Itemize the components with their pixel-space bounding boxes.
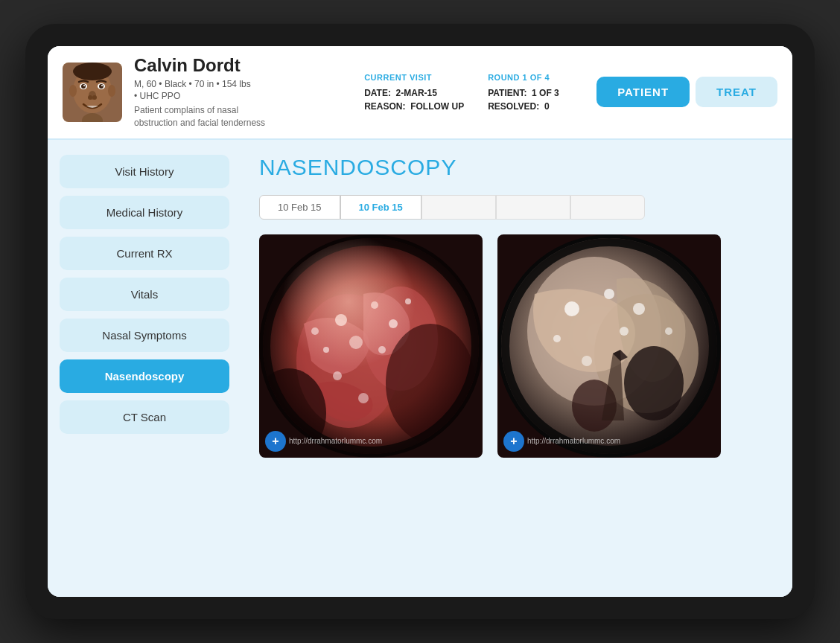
patient-count-value: 1 OF 3 (532, 88, 559, 98)
sidebar-item-nasendoscopy[interactable]: Nasendoscopy (60, 359, 229, 393)
svg-point-45 (620, 327, 629, 336)
image-overlay-2: + http://drrahmatorlummc.com (503, 431, 620, 452)
svg-point-5 (73, 63, 112, 80)
svg-point-43 (633, 303, 645, 315)
tablet-frame: Calvin Dordt M, 60 • Black • 70 in • 154… (25, 24, 815, 619)
svg-point-8 (81, 84, 86, 89)
endo-image-1: + http://drrahmatorlummc.com (259, 234, 483, 458)
current-visit-label: CURRENT VISIT (364, 73, 476, 82)
zoom-button-1[interactable]: + (265, 431, 286, 452)
sidebar-item-nasal-symptoms[interactable]: Nasal Symptoms (60, 319, 229, 352)
image-overlay-1: + http://drrahmatorlummc.com (265, 431, 382, 452)
date-tab-0[interactable]: 10 Feb 15 (259, 195, 340, 220)
svg-point-14 (92, 95, 97, 100)
section-title: NASENDOSCOPY (259, 155, 774, 180)
sidebar-item-medical-history[interactable]: Medical History (60, 196, 229, 229)
watermark-1: http://drrahmatorlummc.com (289, 437, 382, 445)
sidebar-item-vitals[interactable]: Vitals (60, 278, 229, 311)
date-tab-1[interactable]: 10 Feb 15 (340, 195, 421, 220)
patient-insurance: • UHC PPO (134, 91, 352, 101)
svg-point-39 (624, 346, 684, 420)
nav-buttons: PATIENT TREAT (596, 77, 777, 107)
svg-point-11 (101, 85, 103, 86)
content-area: NASENDOSCOPY 10 Feb 15 10 Feb 15 (241, 140, 792, 597)
date-tab-2[interactable] (421, 195, 496, 220)
svg-point-10 (83, 85, 85, 86)
header: Calvin Dordt M, 60 • Black • 70 in • 154… (48, 46, 792, 140)
round-label: ROUND 1 OF 4 (488, 73, 585, 82)
round-info: ROUND 1 OF 4 PATIENT: 1 OF 3 RESOLVED: 0 (488, 73, 585, 112)
sidebar-item-ct-scan[interactable]: CT Scan (60, 400, 229, 434)
svg-point-44 (553, 335, 561, 342)
visit-date-row: DATE: 2-MAR-15 (364, 88, 476, 98)
sidebar: Visit History Medical History Current RX… (48, 140, 241, 597)
resolved-label: RESOLVED: (488, 101, 539, 112)
tablet-screen: Calvin Dordt M, 60 • Black • 70 in • 154… (48, 46, 792, 597)
visit-info: CURRENT VISIT DATE: 2-MAR-15 REASON: FOL… (364, 73, 476, 112)
svg-point-9 (99, 84, 104, 89)
patient-button[interactable]: PATIENT (596, 77, 690, 107)
svg-point-4 (108, 85, 115, 97)
watermark-2: http://drrahmatorlummc.com (527, 437, 620, 445)
svg-point-3 (69, 85, 77, 97)
visit-reason-value: FOLLOW UP (410, 101, 464, 112)
sidebar-item-current-rx[interactable]: Current RX (60, 237, 229, 270)
images-grid: + http://drrahmatorlummc.com (259, 234, 774, 458)
date-tab-3[interactable] (496, 195, 570, 220)
svg-point-13 (88, 95, 92, 100)
sidebar-item-visit-history[interactable]: Visit History (60, 155, 229, 188)
date-tabs: 10 Feb 15 10 Feb 15 (259, 195, 774, 220)
patient-details: M, 60 • Black • 70 in • 154 lbs (134, 79, 352, 89)
treat-button[interactable]: TREAT (696, 77, 777, 107)
svg-point-46 (665, 327, 672, 335)
endo-image-2: + http://drrahmatorlummc.com (497, 234, 721, 458)
patient-complaint: Patient complains of nasal obstruction a… (134, 104, 283, 129)
visit-reason-row: REASON: FOLLOW UP (364, 101, 476, 112)
svg-point-41 (564, 301, 579, 316)
zoom-button-2[interactable]: + (503, 431, 524, 452)
visit-date-value: 2-MAR-15 (396, 88, 437, 98)
svg-point-47 (582, 356, 592, 366)
resolved-row: RESOLVED: 0 (488, 101, 585, 112)
patient-name: Calvin Dordt (134, 55, 352, 76)
visit-date-label: DATE: (364, 88, 391, 98)
patient-count-label: PATIENT: (488, 88, 526, 98)
resolved-value: 0 (544, 101, 550, 112)
date-tab-4[interactable] (570, 195, 645, 220)
patient-info: Calvin Dordt M, 60 • Black • 70 in • 154… (134, 55, 352, 129)
svg-point-42 (604, 289, 614, 299)
main-content: Visit History Medical History Current RX… (48, 140, 792, 597)
avatar (63, 63, 122, 122)
visit-reason-label: REASON: (364, 101, 405, 112)
patient-count-row: PATIENT: 1 OF 3 (488, 88, 585, 98)
